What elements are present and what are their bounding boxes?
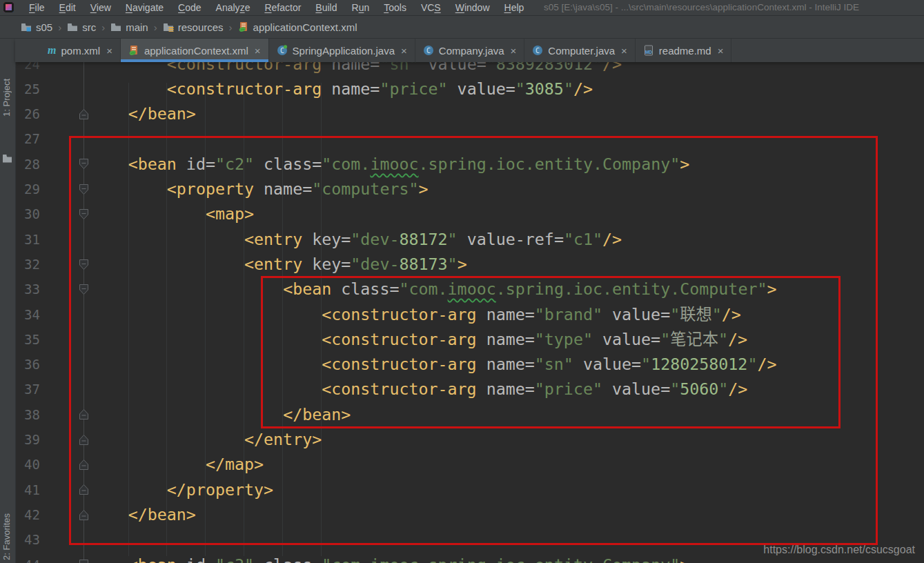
tab-label: pom.xml [61,45,100,57]
tab-readme-md[interactable]: MDreadme.md× [636,39,732,62]
code-line[interactable]: 29 <property name="computers"> [15,177,924,201]
code-line[interactable]: 40 </map> [15,452,924,477]
code-line[interactable]: 33 <bean class="com.imooc.spring.ioc.ent… [15,277,924,302]
code-text: </map> [90,452,264,477]
breadcrumb-item-resources[interactable]: resources [163,21,224,33]
menu-file[interactable]: File [29,2,45,13]
code-line[interactable]: 37 <constructor-arg name="price" value="… [15,377,924,402]
code-editor[interactable]: 24 <constructor-arg name="sn" value="838… [15,62,924,563]
watermark-url: https://blog.csdn.net/csucsgoat [763,544,915,556]
line-number[interactable]: 25 [15,77,40,101]
line-number[interactable]: 36 [15,352,40,377]
menu-build[interactable]: Build [315,2,337,13]
spring-xml-file-icon [238,21,249,32]
breadcrumb-separator: › [229,21,233,33]
code-line[interactable]: 32 <entry key="dev-88173"> [15,252,924,277]
tab-pom-xml[interactable]: mpom.xml× [40,39,121,62]
line-number[interactable]: 40 [15,452,40,477]
menu-tools[interactable]: Tools [384,2,406,13]
code-line[interactable]: 39 </entry> [15,427,924,452]
close-icon[interactable]: × [718,46,724,56]
line-number[interactable]: 33 [15,277,40,302]
tab-label: readme.md [659,45,711,57]
breadcrumb-item-main[interactable]: main [110,21,148,33]
close-icon[interactable]: × [621,46,627,56]
code-line[interactable]: 42 </bean> [15,502,924,527]
code-text: <bean class="com.imooc.spring.ioc.entity… [90,277,777,302]
tool-window-button-favorites[interactable]: 2: Favorites [1,513,12,560]
code-line[interactable]: 25 <constructor-arg name="price" value="… [15,77,924,101]
code-line[interactable]: 24 <constructor-arg name="sn" value="838… [15,62,924,77]
tab-computer-java[interactable]: CComputer.java× [524,39,635,62]
tab-applicationcontext-xml[interactable]: applicationContext.xml× [121,39,269,62]
menu-window[interactable]: Window [455,2,490,13]
line-number[interactable]: 32 [15,252,40,277]
code-text: <constructor-arg name="type" value="笔记本"… [90,327,748,352]
tab-company-java[interactable]: CCompany.java× [415,39,525,62]
breadcrumb-item-applicationcontext-xml[interactable]: applicationContext.xml [238,21,357,33]
menu-run[interactable]: Run [352,2,370,13]
breadcrumb-separator: › [154,21,157,33]
breadcrumb-item-s05[interactable]: s05 [21,21,52,33]
spring-class-icon: C [277,45,288,56]
code-text: </property> [90,477,274,502]
breadcrumb-separator: › [58,21,61,33]
project-folder-icon[interactable] [2,153,12,166]
line-number[interactable]: 34 [15,302,40,327]
breadcrumb: s05›src›main›resources›applicationContex… [0,16,924,39]
menu-navigate[interactable]: Navigate [126,2,164,13]
code-line[interactable]: 41 </property> [15,477,924,502]
code-line[interactable]: 26 </bean> [15,101,924,126]
menu-code[interactable]: Code [178,2,201,13]
line-number[interactable]: 29 [15,177,40,201]
close-icon[interactable]: × [255,46,261,56]
line-number[interactable]: 42 [15,502,40,527]
menu-refactor[interactable]: Refactor [264,2,301,13]
code-text: </bean> [90,502,196,527]
code-line[interactable]: 36 <constructor-arg name="sn" value="128… [15,352,924,377]
maven-icon: m [48,45,56,56]
line-number[interactable]: 31 [15,227,40,252]
line-number[interactable]: 39 [15,427,40,452]
code-line[interactable]: 31 <entry key="dev-88172" value-ref="c1"… [15,227,924,252]
code-line[interactable]: 35 <constructor-arg name="type" value="笔… [15,327,924,352]
menu-view[interactable]: View [90,2,111,13]
code-line[interactable]: 38 </bean> [15,402,924,427]
breadcrumb-item-src[interactable]: src [67,21,96,33]
menu-analyze[interactable]: Analyze [216,2,250,13]
menu-vcs[interactable]: VCS [421,2,441,13]
menu-edit[interactable]: Edit [59,2,76,13]
tool-window-button-project[interactable]: 1: Project [1,79,12,117]
menu-help[interactable]: Help [504,2,524,13]
breadcrumb-label: main [126,21,148,33]
svg-text:C: C [535,47,540,55]
editor-tab-bar: mpom.xml×applicationContext.xml×CSpringA… [15,39,924,62]
line-number[interactable]: 35 [15,327,40,352]
code-text: <entry key="dev-88173"> [90,252,467,277]
code-line[interactable]: 27 [15,126,924,151]
line-number[interactable]: 38 [15,402,40,427]
line-number[interactable]: 43 [15,527,40,552]
menu-bar: FileEditViewNavigateCodeAnalyzeRefactorB… [0,0,924,16]
line-number[interactable]: 41 [15,477,40,502]
code-line[interactable]: 34 <constructor-arg name="brand" value="… [15,302,924,327]
line-number[interactable]: 37 [15,377,40,402]
svg-text:MD: MD [645,50,652,55]
line-number[interactable]: 27 [15,126,40,151]
close-icon[interactable]: × [511,46,517,56]
code-text: <map> [90,201,254,226]
line-number[interactable]: 28 [15,152,40,177]
line-number[interactable]: 24 [15,62,40,77]
close-icon[interactable]: × [106,46,112,56]
tab-springapplication-java[interactable]: CSpringApplication.java× [269,39,415,62]
tab-label: Company.java [439,45,504,57]
line-number[interactable]: 30 [15,201,40,226]
close-icon[interactable]: × [401,46,407,56]
tab-label: Computer.java [548,45,615,57]
code-text: </entry> [90,427,322,452]
code-line[interactable]: 28 <bean id="c2" class="com.imooc.spring… [15,152,924,177]
code-text: <constructor-arg name="price" value="506… [90,377,748,402]
code-line[interactable]: 30 <map> [15,201,924,226]
line-number[interactable]: 44 [15,553,40,563]
line-number[interactable]: 26 [15,101,40,126]
